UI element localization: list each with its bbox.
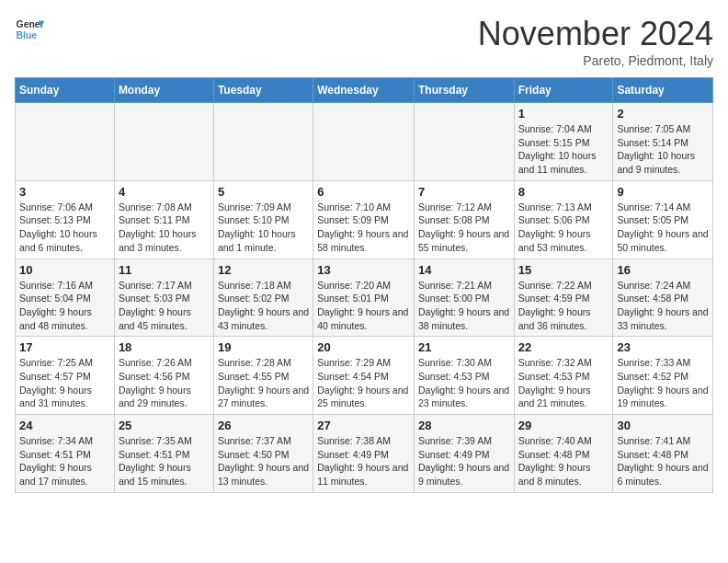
day-cell: 30Sunrise: 7:41 AM Sunset: 4:48 PM Dayli… [613, 415, 713, 493]
weekday-sunday: Sunday [16, 78, 115, 103]
day-info: Sunrise: 7:05 AM Sunset: 5:14 PM Dayligh… [617, 122, 709, 177]
day-info: Sunrise: 7:08 AM Sunset: 5:11 PM Dayligh… [119, 201, 210, 255]
day-info: Sunrise: 7:38 AM Sunset: 4:49 PM Dayligh… [317, 434, 410, 488]
day-number: 10 [19, 263, 110, 277]
day-info: Sunrise: 7:06 AM Sunset: 5:13 PM Dayligh… [19, 201, 110, 255]
day-info: Sunrise: 7:39 AM Sunset: 4:49 PM Dayligh… [418, 434, 510, 488]
day-number: 29 [518, 419, 609, 432]
day-cell: 8Sunrise: 7:13 AM Sunset: 5:06 PM Daylig… [514, 180, 613, 259]
day-cell: 3Sunrise: 7:06 AM Sunset: 5:13 PM Daylig… [16, 180, 115, 259]
day-info: Sunrise: 7:16 AM Sunset: 5:04 PM Dayligh… [19, 279, 110, 333]
weekday-friday: Friday [514, 78, 613, 103]
day-cell: 29Sunrise: 7:40 AM Sunset: 4:48 PM Dayli… [514, 415, 613, 493]
day-cell [114, 103, 213, 181]
day-info: Sunrise: 7:17 AM Sunset: 5:03 PM Dayligh… [119, 279, 210, 333]
day-cell: 7Sunrise: 7:12 AM Sunset: 5:08 PM Daylig… [414, 180, 514, 259]
day-info: Sunrise: 7:34 AM Sunset: 4:51 PM Dayligh… [19, 434, 110, 488]
day-number: 16 [617, 263, 709, 277]
day-cell: 25Sunrise: 7:35 AM Sunset: 4:51 PM Dayli… [114, 415, 213, 493]
day-number: 4 [119, 185, 210, 199]
day-number: 8 [518, 185, 609, 199]
weekday-wednesday: Wednesday [313, 78, 415, 103]
title-block: November 2024 Pareto, Piedmont, Italy [478, 15, 713, 68]
day-cell: 13Sunrise: 7:20 AM Sunset: 5:01 PM Dayli… [313, 259, 415, 337]
weekday-tuesday: Tuesday [213, 78, 313, 103]
day-info: Sunrise: 7:40 AM Sunset: 4:48 PM Dayligh… [518, 434, 609, 488]
day-number: 21 [418, 340, 510, 354]
weekday-thursday: Thursday [414, 78, 514, 103]
day-number: 2 [617, 107, 709, 121]
weekday-saturday: Saturday [613, 78, 713, 103]
week-row-5: 24Sunrise: 7:34 AM Sunset: 4:51 PM Dayli… [16, 415, 713, 493]
day-cell: 18Sunrise: 7:26 AM Sunset: 4:56 PM Dayli… [114, 337, 213, 415]
day-info: Sunrise: 7:33 AM Sunset: 4:52 PM Dayligh… [617, 356, 709, 410]
day-number: 11 [119, 263, 210, 277]
page-header: General Blue November 2024 Pareto, Piedm… [15, 15, 713, 68]
day-number: 15 [518, 263, 609, 277]
day-cell [414, 103, 514, 181]
day-cell: 11Sunrise: 7:17 AM Sunset: 5:03 PM Dayli… [114, 259, 213, 337]
day-number: 5 [218, 185, 309, 199]
day-cell: 14Sunrise: 7:21 AM Sunset: 5:00 PM Dayli… [414, 259, 514, 337]
day-info: Sunrise: 7:20 AM Sunset: 5:01 PM Dayligh… [317, 279, 410, 333]
day-info: Sunrise: 7:32 AM Sunset: 4:53 PM Dayligh… [518, 356, 609, 410]
svg-text:Blue: Blue [17, 30, 38, 40]
day-number: 6 [317, 185, 410, 199]
day-cell: 16Sunrise: 7:24 AM Sunset: 4:58 PM Dayli… [613, 259, 713, 337]
day-cell: 15Sunrise: 7:22 AM Sunset: 4:59 PM Dayli… [514, 259, 613, 337]
day-number: 3 [19, 185, 110, 199]
location: Pareto, Piedmont, Italy [478, 53, 713, 68]
day-cell: 28Sunrise: 7:39 AM Sunset: 4:49 PM Dayli… [414, 415, 514, 493]
day-number: 24 [19, 419, 110, 432]
day-cell: 4Sunrise: 7:08 AM Sunset: 5:11 PM Daylig… [114, 180, 213, 259]
day-cell: 2Sunrise: 7:05 AM Sunset: 5:14 PM Daylig… [613, 103, 713, 181]
day-info: Sunrise: 7:24 AM Sunset: 4:58 PM Dayligh… [617, 279, 709, 333]
day-info: Sunrise: 7:29 AM Sunset: 4:54 PM Dayligh… [317, 356, 410, 410]
day-number: 12 [218, 263, 309, 277]
day-cell [213, 103, 313, 181]
day-number: 25 [119, 419, 210, 432]
month-title: November 2024 [478, 15, 713, 53]
day-info: Sunrise: 7:14 AM Sunset: 5:05 PM Dayligh… [617, 201, 709, 255]
day-info: Sunrise: 7:37 AM Sunset: 4:50 PM Dayligh… [218, 434, 309, 488]
day-info: Sunrise: 7:35 AM Sunset: 4:51 PM Dayligh… [119, 434, 210, 488]
day-cell: 23Sunrise: 7:33 AM Sunset: 4:52 PM Dayli… [613, 337, 713, 415]
day-number: 1 [518, 107, 609, 121]
day-info: Sunrise: 7:41 AM Sunset: 4:48 PM Dayligh… [617, 434, 709, 488]
calendar-body: 1Sunrise: 7:04 AM Sunset: 5:15 PM Daylig… [16, 103, 713, 493]
day-cell: 27Sunrise: 7:38 AM Sunset: 4:49 PM Dayli… [313, 415, 415, 493]
day-cell: 10Sunrise: 7:16 AM Sunset: 5:04 PM Dayli… [16, 259, 115, 337]
day-cell: 12Sunrise: 7:18 AM Sunset: 5:02 PM Dayli… [213, 259, 313, 337]
week-row-2: 3Sunrise: 7:06 AM Sunset: 5:13 PM Daylig… [16, 180, 713, 259]
day-number: 28 [418, 419, 510, 432]
day-number: 17 [19, 340, 110, 354]
day-cell: 5Sunrise: 7:09 AM Sunset: 5:10 PM Daylig… [213, 180, 313, 259]
day-number: 19 [218, 340, 309, 354]
day-cell [16, 103, 115, 181]
weekday-header-row: SundayMondayTuesdayWednesdayThursdayFrid… [16, 78, 713, 103]
week-row-1: 1Sunrise: 7:04 AM Sunset: 5:15 PM Daylig… [16, 103, 713, 181]
day-number: 18 [119, 340, 210, 354]
day-info: Sunrise: 7:12 AM Sunset: 5:08 PM Dayligh… [418, 201, 510, 255]
day-cell: 1Sunrise: 7:04 AM Sunset: 5:15 PM Daylig… [514, 103, 613, 181]
day-number: 27 [317, 419, 410, 432]
weekday-monday: Monday [114, 78, 213, 103]
day-info: Sunrise: 7:22 AM Sunset: 4:59 PM Dayligh… [518, 279, 609, 333]
day-info: Sunrise: 7:28 AM Sunset: 4:55 PM Dayligh… [218, 356, 309, 410]
day-cell: 20Sunrise: 7:29 AM Sunset: 4:54 PM Dayli… [313, 337, 415, 415]
day-number: 30 [617, 419, 709, 432]
day-cell: 17Sunrise: 7:25 AM Sunset: 4:57 PM Dayli… [16, 337, 115, 415]
day-number: 23 [617, 340, 709, 354]
logo: General Blue [15, 15, 44, 44]
day-info: Sunrise: 7:26 AM Sunset: 4:56 PM Dayligh… [119, 356, 210, 410]
calendar-table: SundayMondayTuesdayWednesdayThursdayFrid… [15, 77, 713, 493]
day-info: Sunrise: 7:13 AM Sunset: 5:06 PM Dayligh… [518, 201, 609, 255]
day-number: 22 [518, 340, 609, 354]
day-number: 13 [317, 263, 410, 277]
day-number: 9 [617, 185, 709, 199]
day-number: 14 [418, 263, 510, 277]
day-cell [313, 103, 415, 181]
week-row-3: 10Sunrise: 7:16 AM Sunset: 5:04 PM Dayli… [16, 259, 713, 337]
day-cell: 24Sunrise: 7:34 AM Sunset: 4:51 PM Dayli… [16, 415, 115, 493]
week-row-4: 17Sunrise: 7:25 AM Sunset: 4:57 PM Dayli… [16, 337, 713, 415]
